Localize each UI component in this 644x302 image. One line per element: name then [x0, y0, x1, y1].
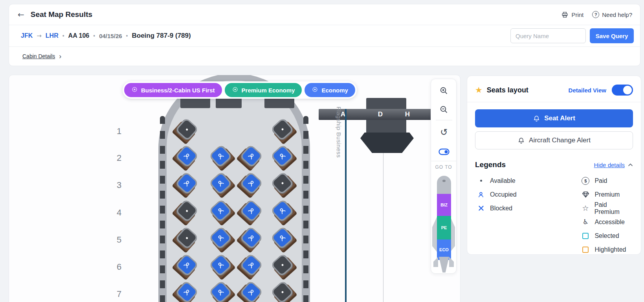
seat-4D-occupied[interactable]: [211, 201, 234, 225]
seat-5H-occupied[interactable]: [238, 228, 261, 252]
legend-label: Available: [490, 177, 516, 184]
minimap-nose: [437, 176, 451, 194]
panel-title: Seats layout: [487, 86, 528, 94]
seat-3D-occupied[interactable]: [211, 173, 234, 197]
column-letter-H: H: [402, 110, 413, 118]
cabin-details-row: Cabin Details ›: [9, 47, 640, 66]
row-number-6: 6: [111, 262, 127, 272]
seat-5A-available[interactable]: [173, 228, 197, 252]
zoom-in-button[interactable]: [436, 83, 452, 99]
seat-4H-occupied[interactable]: [238, 201, 261, 225]
query-name-input[interactable]: [510, 28, 586, 43]
print-button[interactable]: Print: [561, 11, 583, 18]
legends-title: Legends: [475, 160, 506, 169]
seat-6A-occupied[interactable]: [173, 255, 197, 279]
eye-icon: [131, 86, 138, 94]
legend-label: Selected: [594, 232, 619, 239]
detail-toggle-button[interactable]: [436, 144, 452, 160]
seat-map-page: ← Seat Map Results Print ? Need help? JF…: [0, 0, 644, 302]
seat-2A-occupied[interactable]: [173, 146, 197, 170]
legend-label: Premium: [594, 191, 620, 198]
zoom-out-button[interactable]: [436, 102, 452, 118]
cabin-filter-bar: Business/2-Cabin US FirstPremium Economy…: [123, 81, 357, 99]
printer-icon: [561, 11, 569, 18]
minimap-segment-biz[interactable]: BIZ: [437, 194, 451, 216]
seat-alert-button[interactable]: Seat Alert: [475, 109, 633, 127]
legend-label: Occupied: [490, 191, 517, 198]
seat-7L-available[interactable]: [272, 282, 296, 302]
star-icon: ☆: [580, 204, 591, 212]
legends-grid: AvailableOccupiedBlocked $PaidPremium☆Pa…: [475, 174, 633, 256]
legend-label: Highlighted: [594, 246, 626, 253]
legend-item-available: Available: [475, 174, 580, 188]
toggle-icon: [439, 148, 450, 155]
cabin-pill-economy[interactable]: Economy: [305, 83, 355, 97]
seat-2L-occupied[interactable]: [272, 146, 296, 170]
need-help-button[interactable]: ? Need help?: [592, 11, 632, 18]
chevron-up-icon: [628, 163, 633, 167]
dot-icon: [475, 180, 487, 182]
hide-details-link[interactable]: Hide details: [594, 162, 633, 168]
minimap-segment-pe[interactable]: PE: [437, 216, 451, 239]
seat-6D-occupied[interactable]: [211, 255, 234, 279]
legend-column-right: $PaidPremium☆Paid Premium♿AccessibleSele…: [580, 174, 633, 256]
seat-6H-occupied[interactable]: [238, 255, 261, 279]
aircraft-change-alert-button[interactable]: Aircraft Change Alert: [475, 131, 633, 149]
separator: •: [62, 33, 64, 39]
seat-1A-available[interactable]: [173, 120, 197, 143]
cabin-class-line: [345, 109, 347, 302]
minimap-segments: BIZPEECO: [437, 194, 451, 260]
legend-item-blocked: Blocked: [475, 201, 580, 215]
seat-3L-available[interactable]: [272, 173, 296, 197]
aircraft-change-label: Aircraft Change Alert: [529, 136, 591, 144]
seat-2H-occupied[interactable]: [238, 146, 261, 170]
origin-code: JFK: [21, 32, 33, 39]
back-arrow-icon[interactable]: ←: [18, 10, 24, 19]
page-title: Seat Map Results: [31, 10, 92, 19]
column-letter-D: D: [374, 110, 386, 118]
seat-7H-occupied[interactable]: [238, 282, 261, 302]
legends-header: Legends Hide details: [475, 160, 633, 169]
cabin-pill-business-2-cabin-us-first[interactable]: Business/2-Cabin US First: [124, 83, 222, 97]
overhead-monument: [216, 97, 242, 108]
destination-code: LHR: [46, 32, 59, 39]
seat-4A-available[interactable]: [173, 201, 197, 225]
title-row: ← Seat Map Results Print ? Need help?: [9, 4, 640, 25]
row-number-2: 2: [111, 153, 127, 163]
toggle-knob: [623, 86, 632, 94]
seat-alert-label: Seat Alert: [544, 114, 575, 122]
row-number-7: 7: [111, 289, 127, 299]
separator: •: [93, 33, 95, 39]
rotate-icon: ↺: [440, 128, 448, 137]
detailed-view-toggle[interactable]: [612, 85, 633, 96]
seat-5D-occupied[interactable]: [211, 228, 234, 252]
seat-1L-available[interactable]: [272, 120, 296, 143]
seat-2D-occupied[interactable]: [211, 146, 234, 170]
zoom-out-icon: [439, 105, 449, 114]
seat-4L-occupied[interactable]: [272, 201, 296, 225]
cabin-details-link[interactable]: Cabin Details: [22, 53, 55, 59]
seat-3H-occupied[interactable]: [238, 173, 261, 197]
seat-6L-available[interactable]: [272, 255, 296, 279]
wheelchair-icon: ♿: [580, 219, 591, 225]
flight-date: 04/15/26: [99, 33, 122, 39]
seat-5L-occupied[interactable]: [272, 228, 296, 252]
save-query-button[interactable]: Save Query: [590, 28, 634, 43]
goto-label: GO TO: [431, 164, 456, 170]
cabin-pill-premium-economy[interactable]: Premium Economy: [225, 83, 302, 97]
zoom-in-icon: [439, 86, 449, 96]
seat-7D-occupied[interactable]: [211, 282, 234, 302]
seat-3A-occupied[interactable]: [173, 173, 197, 197]
cabin-pill-label: Premium Economy: [242, 87, 295, 94]
seat-7A-occupied[interactable]: [173, 282, 197, 302]
legend-label: Accessible: [594, 219, 624, 226]
cabin-pill-label: Business/2-Cabin US First: [141, 87, 215, 94]
row-number-1: 1: [111, 126, 127, 136]
legend-label: Paid: [594, 177, 607, 184]
reset-rotation-button[interactable]: ↺: [436, 124, 452, 140]
diamond-icon: [580, 190, 591, 199]
help-icon: ?: [592, 11, 599, 18]
chevron-right-icon[interactable]: ›: [59, 53, 61, 60]
row-number-3: 3: [111, 180, 127, 190]
seat-map-viewport: ADHL 1234567 Flagship Business Business/…: [9, 75, 461, 302]
